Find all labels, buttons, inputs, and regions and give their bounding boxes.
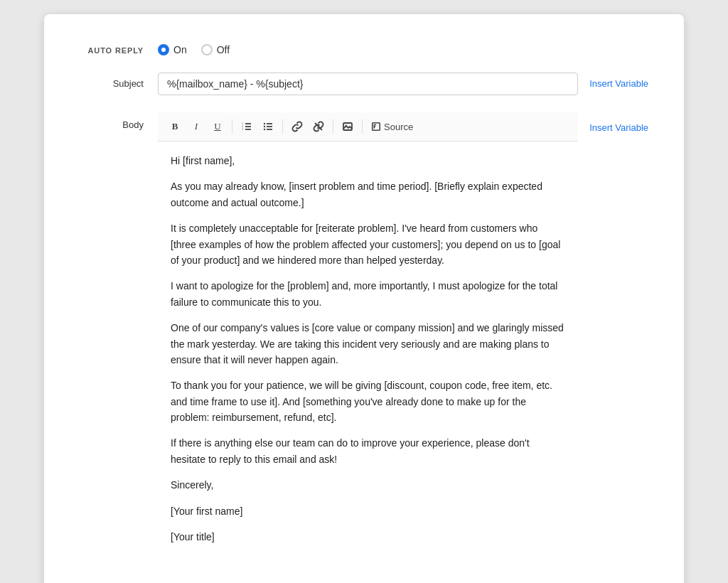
body-insert-variable-button[interactable]: Insert Variable [589, 112, 648, 133]
body-row: Body B I U [80, 112, 648, 556]
ordered-list-icon: 1 2 3 [241, 121, 252, 132]
radio-on-circle [158, 44, 169, 55]
radio-off[interactable]: Off [201, 44, 230, 55]
link-icon [291, 121, 303, 132]
toolbar-underline-button[interactable]: U [208, 117, 228, 137]
image-icon [342, 121, 353, 132]
toolbar-divider-2 [282, 119, 283, 134]
body-para-3: I want to apologize for the [problem] an… [171, 278, 565, 310]
subject-insert-variable-button[interactable]: Insert Variable [589, 73, 648, 89]
svg-point-7 [264, 126, 265, 127]
body-para-1: As you may already know, [insert problem… [171, 178, 565, 210]
unordered-list-icon [262, 121, 274, 132]
source-icon [371, 122, 381, 132]
auto-reply-controls: On Off [158, 43, 648, 55]
auto-reply-label: AUTO REPLY [80, 43, 158, 55]
body-para-9: [Your title] [171, 529, 565, 545]
svg-rect-15 [373, 123, 380, 131]
svg-line-12 [315, 123, 322, 130]
svg-point-6 [264, 123, 265, 124]
subject-input[interactable] [158, 73, 578, 95]
radio-on[interactable]: On [158, 44, 187, 55]
body-label: Body [80, 112, 158, 130]
toolbar-link-button[interactable] [287, 117, 307, 137]
body-para-8: [Your first name] [171, 503, 565, 519]
toolbar-ordered-list-button[interactable]: 1 2 3 [237, 117, 257, 137]
body-para-5: To thank you for your patience, we will … [171, 378, 565, 425]
toolbar-bold-button[interactable]: B [165, 117, 185, 137]
body-content: B I U 1 2 3 [158, 112, 578, 556]
subject-content [158, 73, 578, 95]
source-label: Source [384, 122, 413, 132]
subject-row: Subject Insert Variable [80, 73, 648, 95]
toolbar-italic-button[interactable]: I [186, 117, 206, 137]
subject-label: Subject [80, 73, 158, 89]
body-para-2: It is completely unacceptable for [reite… [171, 220, 565, 268]
toolbar-divider-1 [232, 119, 232, 134]
toolbar-image-button[interactable] [338, 117, 358, 137]
toolbar-unlink-button[interactable] [309, 117, 328, 137]
body-para-4: One of our company's values is [core val… [171, 320, 565, 368]
body-para-7: Sincerely, [171, 477, 565, 493]
body-para-0: Hi [first name], [171, 153, 565, 169]
toolbar-divider-3 [333, 119, 333, 134]
toolbar-source-button[interactable]: Source [367, 119, 417, 135]
auto-reply-row: AUTO REPLY On Off [80, 43, 648, 55]
unlink-icon [313, 121, 324, 132]
auto-reply-card: AUTO REPLY On Off Subject Insert Variabl… [44, 14, 684, 583]
radio-on-label: On [173, 44, 187, 55]
body-para-6: If there is anything else our team can d… [171, 435, 565, 467]
editor-body[interactable]: Hi [first name], As you may already know… [158, 141, 578, 556]
radio-off-circle [201, 44, 213, 55]
svg-point-8 [264, 129, 265, 130]
editor-toolbar: B I U 1 2 3 [158, 112, 578, 141]
radio-off-label: Off [217, 44, 230, 55]
toolbar-divider-4 [362, 119, 363, 134]
toolbar-unordered-list-button[interactable] [258, 117, 278, 137]
svg-text:3: 3 [242, 127, 243, 131]
